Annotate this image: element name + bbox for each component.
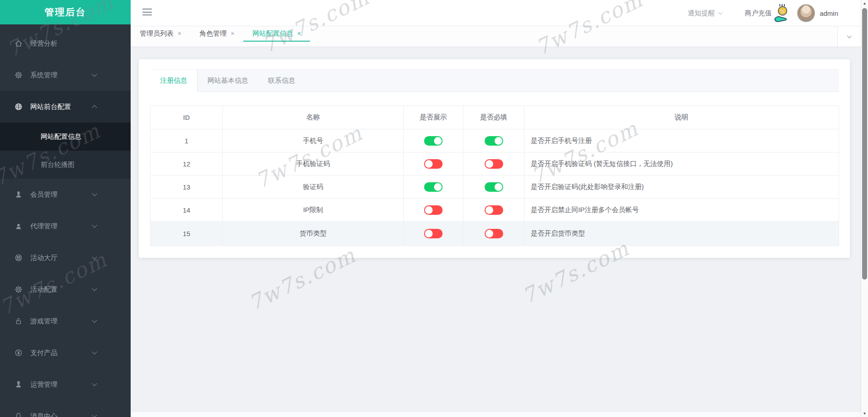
panel-tab-register-info[interactable]: 注册信息 (150, 70, 198, 92)
tab-list-dropdown-button[interactable] (837, 26, 861, 47)
table-row: 1手机号是否开启手机号注册 (151, 129, 839, 152)
show-toggle[interactable] (424, 182, 443, 192)
show-toggle[interactable] (424, 229, 443, 238)
panel-tab-contact-info[interactable]: 联系信息 (258, 70, 305, 91)
settings-table: ID名称是否展示是否必填说明 1手机号是否开启手机号注册12手机验证码是否开启手… (150, 105, 839, 246)
hamburger-menu-icon[interactable] (142, 9, 152, 16)
required-toggle[interactable] (485, 205, 503, 215)
cell-description: 是否开启手机号注册 (524, 129, 839, 152)
panel-tabs: 注册信息网站基本信息联系信息 (150, 69, 839, 92)
chevron-down-icon (92, 223, 97, 227)
cell-required (463, 175, 524, 199)
topbar-right: 通知提醒 商户充值 $ admin (688, 0, 838, 26)
show-toggle[interactable] (424, 205, 443, 215)
cell-required (463, 199, 524, 222)
required-toggle[interactable] (485, 229, 503, 238)
sidebar-subitem-label: 前台轮播图 (41, 161, 75, 169)
sidebar-item-agent-management[interactable]: 代理管理 (0, 210, 131, 242)
unlock-icon (14, 317, 23, 325)
close-icon[interactable]: × (231, 30, 234, 37)
sidebar-item-label: 运营管理 (30, 380, 57, 389)
gear-icon (14, 71, 23, 79)
panel-tab-site-basic-info[interactable]: 网站基本信息 (198, 70, 258, 91)
table-row: 15货币类型是否开启货币类型 (151, 222, 839, 246)
close-icon[interactable]: × (178, 30, 181, 37)
column-header: 是否必填 (463, 106, 524, 129)
chevron-down-icon (847, 33, 852, 38)
close-icon[interactable]: × (297, 30, 301, 37)
sidebar-item-label: 网站前台配置 (30, 103, 71, 111)
sidebar-item-frontend-carousel[interactable]: 前台轮播图 (0, 151, 131, 179)
vertical-scrollbar: ▲ ▼ (861, 0, 868, 417)
user-icon (14, 222, 23, 230)
sidebar-item-payment-products[interactable]: 支付产品 (0, 337, 131, 369)
sidebar-item-label: 活动大厅 (30, 254, 57, 262)
scroll-down-button[interactable]: ▼ (861, 412, 868, 416)
sidebar-item-system-management[interactable]: 系统管理 (0, 59, 131, 91)
sidebar-item-label: 消息中心 (30, 412, 57, 417)
sidebar-item-business-analysis[interactable]: 经营分析 (0, 28, 131, 59)
merchant-recharge-button[interactable]: 商户充值 $ (745, 4, 791, 22)
column-header: 名称 (223, 106, 404, 129)
cell-id: 13 (151, 175, 223, 199)
cell-show (404, 152, 463, 175)
avatar[interactable] (797, 4, 815, 22)
chevron-down-icon (718, 10, 723, 15)
cell-show (404, 199, 463, 222)
sidebar-item-site-frontend-config[interactable]: 网站前台配置 (0, 91, 131, 123)
tab-role-management[interactable]: 角色管理× (190, 26, 243, 42)
scroll-up-button[interactable]: ▲ (861, 1, 868, 5)
username[interactable]: admin (820, 9, 838, 17)
cell-description: 是否开启验证码(此处影响登录和注册) (524, 175, 839, 199)
sidebar: 管理后台 经营分析系统管理网站前台配置网站配置信息前台轮播图会员管理代理管理活动… (0, 0, 131, 417)
sidebar-item-label: 支付产品 (30, 349, 57, 357)
show-toggle[interactable] (424, 159, 443, 169)
cell-id: 1 (151, 129, 223, 152)
chevron-down-icon (92, 191, 97, 196)
sidebar-item-game-management[interactable]: 游戏管理 (0, 305, 131, 337)
required-toggle[interactable] (485, 136, 503, 146)
table-row: 12手机验证码是否开启手机验证码 (暂无短信接口，无法使用) (151, 152, 839, 175)
sidebar-item-operation-management[interactable]: 运营管理 (0, 369, 131, 400)
chevron-up-icon (92, 105, 97, 110)
show-toggle[interactable] (424, 136, 443, 146)
tab-label: 管理员列表 (140, 29, 174, 38)
horizontal-scrollbar[interactable] (131, 412, 861, 417)
chevron-down-icon (92, 254, 97, 259)
chevron-down-icon (92, 317, 97, 322)
globe-icon (14, 103, 23, 111)
tab-admin-list[interactable]: 管理员列表× (131, 26, 190, 42)
cell-name: 验证码 (223, 175, 404, 199)
tab-site-config-info[interactable]: 网站配置信息× (243, 26, 310, 42)
cell-name: 货币类型 (223, 222, 404, 246)
cell-id: 14 (151, 199, 223, 222)
sidebar-item-activity-hall[interactable]: 活动大厅 (0, 242, 131, 274)
sidebar-item-label: 经营分析 (30, 39, 57, 48)
sidebar-subitem-label: 网站配置信息 (41, 133, 81, 141)
cell-show (404, 175, 463, 199)
cell-name: 手机验证码 (223, 152, 404, 175)
gift-icon (14, 254, 23, 262)
cell-name: 手机号 (223, 129, 404, 152)
sidebar-item-site-config-info[interactable]: 网站配置信息 (0, 123, 131, 151)
sidebar-item-label: 会员管理 (30, 190, 57, 199)
sidebar-item-member-management[interactable]: 会员管理 (0, 179, 131, 210)
cell-show (404, 129, 463, 152)
cell-show (404, 222, 463, 246)
sidebar-item-activity-config[interactable]: 活动配置 (0, 274, 131, 305)
svg-text:$: $ (781, 8, 784, 14)
cell-description: 是否开启货币类型 (524, 222, 839, 246)
scrollbar-thumb[interactable] (862, 8, 867, 280)
table-header-row: ID名称是否展示是否必填说明 (151, 106, 839, 129)
sidebar-item-message-center[interactable]: 消息中心 (0, 400, 131, 417)
required-toggle[interactable] (485, 182, 503, 192)
sidebar-section-site-frontend-config: 网站前台配置网站配置信息前台轮播图 (0, 91, 131, 179)
gear-icon (14, 285, 23, 294)
required-toggle[interactable] (485, 159, 503, 169)
notification-dropdown[interactable]: 通知提醒 (688, 9, 722, 18)
cell-id: 12 (151, 152, 223, 175)
sidebar-item-label: 代理管理 (30, 222, 57, 231)
topbar: 通知提醒 商户充值 $ admin (131, 0, 868, 26)
notification-label: 通知提醒 (688, 9, 715, 18)
chevron-down-icon (92, 381, 97, 386)
